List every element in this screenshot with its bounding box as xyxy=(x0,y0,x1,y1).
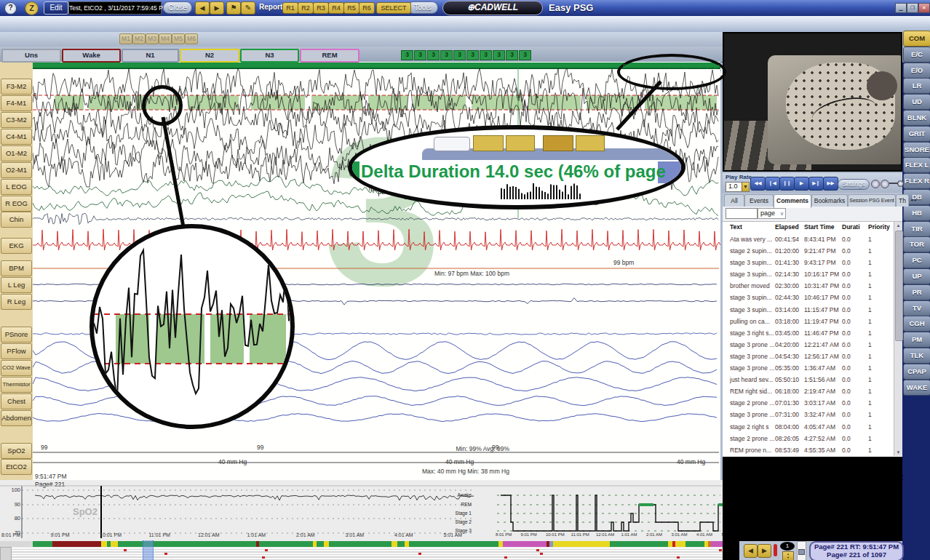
channel-label-c4-m1[interactable]: C4-M1 xyxy=(1,129,32,145)
table-scrollbar[interactable]: ▲ ▼ xyxy=(894,222,902,456)
montage-slot-m3[interactable]: M3 xyxy=(146,33,159,44)
settings-round-button[interactable] xyxy=(881,180,889,188)
channel-label-r-leg[interactable]: R Leg xyxy=(1,294,32,310)
comment-row[interactable]: stage 3 supin...01:41:309:43:17 PM0.01 xyxy=(723,257,893,269)
settings-button[interactable]: Settings xyxy=(838,179,870,190)
column-header-start-time[interactable]: Start Time xyxy=(804,223,834,231)
channel-label-l-eog[interactable]: L EOG xyxy=(1,179,32,195)
event-button-ud[interactable]: UD xyxy=(903,94,930,110)
history-box[interactable]: 3 xyxy=(427,50,440,60)
page-forward-button[interactable]: ▶ xyxy=(758,544,771,558)
comment-row[interactable]: stage 2 prone ...07:01:303:03:17 AM0.01 xyxy=(723,398,893,409)
edit-button[interactable]: Edit xyxy=(44,1,68,15)
channel-label-c3-m2[interactable]: C3-M2 xyxy=(1,112,32,128)
zoom-slider[interactable] xyxy=(797,541,806,560)
scroll-down-icon[interactable]: ▼ xyxy=(894,449,902,456)
comment-row[interactable]: just heard sev...05:50:101:51:56 AM0.01 xyxy=(723,375,893,386)
channel-label-f4-m1[interactable]: F4-M1 xyxy=(1,95,32,111)
column-header-elapsed[interactable]: Elapsed xyxy=(775,223,799,231)
event-button-com[interactable]: COM xyxy=(903,31,930,47)
column-header-priority[interactable]: Priority xyxy=(868,223,890,231)
scrollbar-thumb[interactable] xyxy=(895,231,903,341)
montage-slot-m5[interactable]: M5 xyxy=(172,33,185,44)
prev-page-button[interactable]: ◀ xyxy=(195,1,210,15)
channel-label-o2-m1[interactable]: O2-M1 xyxy=(1,162,32,178)
history-box[interactable]: 3 xyxy=(519,50,531,60)
comment-row[interactable]: stage 3 prone ...05:35:001:36:47 AM0.01 xyxy=(723,363,893,375)
history-box[interactable]: 3 xyxy=(466,50,479,60)
event-button-tv[interactable]: TV xyxy=(903,300,930,316)
comment-row[interactable]: stage 3 supin...03:14:0011:15:47 PM0.01 xyxy=(723,305,893,316)
comment-row[interactable]: stage 2 prone ...08:26:054:27:52 AM0.01 xyxy=(723,433,893,445)
patient-video[interactable] xyxy=(723,32,902,172)
channel-label-o1-m2[interactable]: O1-M2 xyxy=(1,145,32,161)
channel-label-bpm[interactable]: BPM xyxy=(1,260,32,276)
comment-row[interactable]: brother moved02:30:0010:31:47 PM0.01 xyxy=(723,281,893,292)
montage-slot-m1[interactable]: M1 xyxy=(119,33,132,44)
channel-label-etco2[interactable]: EtCO2 xyxy=(1,459,32,475)
comment-row[interactable]: stage 3 supin...02:14:3010:16:17 PM0.01 xyxy=(723,269,893,281)
report-button-r3[interactable]: R3 xyxy=(313,2,329,14)
stage-button-n1[interactable]: N1 xyxy=(122,49,179,63)
stage-button-n2[interactable]: N2 xyxy=(180,49,239,63)
tab-bookmarks[interactable]: Bookmarks xyxy=(811,194,848,207)
history-box[interactable]: 3 xyxy=(453,50,466,60)
playback-button-3[interactable]: ▶ xyxy=(794,177,809,191)
column-header-durati[interactable]: Durati xyxy=(842,223,860,231)
event-button-cpap[interactable]: CPAP xyxy=(903,364,930,380)
report-button-r4[interactable]: R4 xyxy=(328,2,344,14)
stage-button-wake[interactable]: Wake xyxy=(62,49,121,63)
window-close-button[interactable]: ✕ xyxy=(918,3,930,13)
page-back-button[interactable]: ◀ xyxy=(744,544,758,558)
comment-row[interactable]: stage 3 prone ...04:20:0012:21:47 AM0.01 xyxy=(723,340,893,351)
channel-label-co2-wave[interactable]: CO2 Wave xyxy=(1,360,32,376)
stage-button-n3[interactable]: N3 xyxy=(240,49,299,63)
dropdown-arrow-icon[interactable]: ▼ xyxy=(742,183,749,191)
comment-row[interactable]: stage 3 supin...02:44:3010:46:17 PM0.01 xyxy=(723,292,893,304)
montage-slot-m2[interactable]: M2 xyxy=(132,33,146,44)
event-button-tor[interactable]: TOR xyxy=(903,236,930,252)
next-page-button[interactable]: ▶ xyxy=(210,1,224,15)
tab-events[interactable]: Events xyxy=(744,194,774,207)
history-box[interactable]: 3 xyxy=(440,50,453,60)
tab-all[interactable]: All xyxy=(724,194,744,207)
channel-label-chest[interactable]: Chest xyxy=(1,393,32,409)
channel-label-spo2[interactable]: SpO2 xyxy=(1,443,32,459)
event-button-flex-r[interactable]: FLEX R xyxy=(903,173,930,189)
channel-label-f3-m2[interactable]: F3-M2 xyxy=(1,79,32,95)
event-button-tir[interactable]: TIR xyxy=(903,221,930,237)
zoom-slider-handle[interactable] xyxy=(798,549,805,555)
comment-row[interactable]: Ata was very ...00:41:548:43:41 PM0.01 xyxy=(723,234,893,246)
history-box[interactable]: 3 xyxy=(493,50,505,60)
playback-button-4[interactable]: ▶❙ xyxy=(808,177,824,191)
comment-row[interactable]: REM prone n...08:53:494:55:35 AM0.01 xyxy=(723,445,893,457)
event-button-up[interactable]: UP xyxy=(903,268,930,284)
goto-page-input[interactable] xyxy=(726,208,758,219)
channel-label-psnore[interactable]: PSnore xyxy=(1,327,32,343)
stage-button-rem[interactable]: REM xyxy=(300,49,359,63)
history-box[interactable]: 3 xyxy=(414,50,426,60)
playback-button-0[interactable]: ◀◀ xyxy=(750,177,766,191)
comment-row[interactable]: stage 2 supin...01:20:009:21:47 PM0.01 xyxy=(723,246,893,257)
event-button-flex-l[interactable]: FLEX L xyxy=(903,157,930,173)
comment-row[interactable]: stage 2 right s08:04:004:05:47 AM0.01 xyxy=(723,422,893,433)
tab-comments[interactable]: Comments xyxy=(774,194,811,208)
stage-button-uns[interactable]: Uns xyxy=(1,49,61,63)
playback-button-2[interactable]: ❙❙ xyxy=(779,177,795,191)
channel-label-ekg[interactable]: EKG xyxy=(1,238,32,254)
event-button-wake[interactable]: WAKE xyxy=(903,380,930,396)
playback-button-1[interactable]: ❙◀ xyxy=(765,177,780,191)
comment-row[interactable]: pulling on ca...03:18:0011:19:47 PM0.01 xyxy=(723,316,893,328)
goto-unit-select[interactable]: page∨ xyxy=(758,208,786,219)
minimize-button[interactable]: ▁ xyxy=(895,3,907,13)
report-button-r6[interactable]: R6 xyxy=(359,2,375,14)
close-button[interactable]: Close xyxy=(163,1,192,14)
channel-label-abdomen[interactable]: Abdomen xyxy=(1,410,32,426)
history-box[interactable]: 3 xyxy=(480,50,492,60)
page-step-spinner[interactable]: ▲▼ xyxy=(782,551,794,560)
event-button-lr[interactable]: LR xyxy=(903,78,930,94)
report-button-r5[interactable]: R5 xyxy=(343,2,359,14)
montage-slot-m4[interactable]: M4 xyxy=(159,33,172,44)
restore-button[interactable]: ❐ xyxy=(907,3,918,13)
tab-session-psg-event[interactable]: Session PSG Event xyxy=(848,194,896,207)
